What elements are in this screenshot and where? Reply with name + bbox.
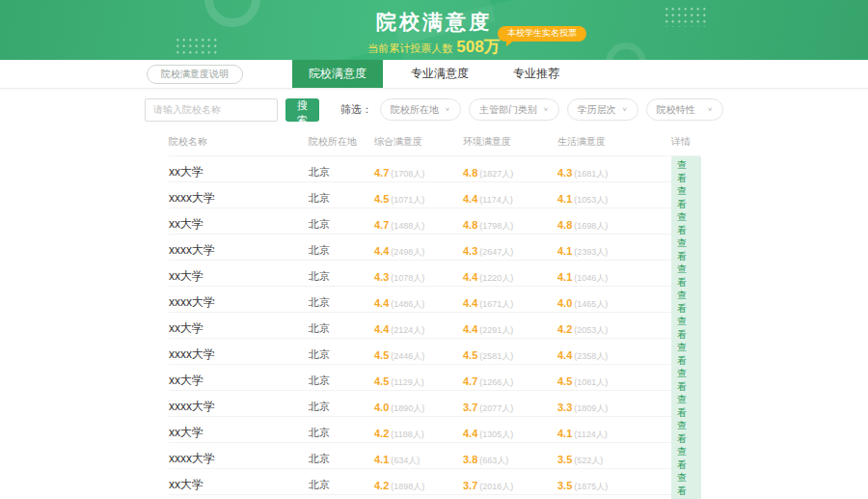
- life-vote-count: (1046人): [574, 273, 608, 283]
- life-vote-count: (522人): [574, 456, 603, 465]
- tab-item[interactable]: 院校满意度: [292, 60, 383, 88]
- school-name: xx大学: [169, 477, 309, 493]
- overall-score: 4.2: [374, 428, 389, 439]
- overall-score: 4.7: [374, 219, 389, 231]
- environment-satisfaction-cell: 4.4(1174人): [463, 189, 557, 207]
- vote-count-label: 当前累计投票人数: [367, 42, 452, 54]
- environment-satisfaction-cell: 4.8(1798人): [463, 215, 557, 233]
- chevron-down-icon: ∨: [622, 106, 628, 113]
- search-button[interactable]: 搜索: [285, 98, 319, 122]
- overall-score: 4.4: [374, 245, 389, 257]
- overall-satisfaction-cell: 4.7(1488人): [374, 215, 463, 233]
- school-location: 北京: [309, 217, 374, 232]
- environment-vote-count: (1266人): [479, 377, 513, 387]
- tab-item[interactable]: 专业满意度: [394, 60, 485, 88]
- col-header-details: 详情: [671, 135, 701, 149]
- overall-score: 4.5: [374, 193, 389, 205]
- environment-score: 4.4: [463, 428, 477, 439]
- environment-satisfaction-cell: 3.7(2077人): [463, 398, 557, 415]
- col-header-location: 院校所在地: [309, 135, 374, 149]
- environment-score: 4.7: [463, 375, 477, 387]
- environment-vote-count: (1220人): [479, 273, 513, 283]
- overall-satisfaction-cell: 4.2(1188人): [374, 424, 463, 441]
- environment-score: 3.7: [463, 480, 477, 491]
- environment-score: 4.4: [463, 323, 477, 335]
- environment-satisfaction-cell: 3.7(2016人): [463, 476, 557, 493]
- filter-dropdown[interactable]: 主管部门类别∨: [469, 98, 559, 121]
- overall-vote-count: (1708人): [391, 169, 424, 179]
- life-vote-count: (2393人): [574, 247, 608, 257]
- life-satisfaction-cell: 3.5(1875人): [557, 476, 671, 493]
- life-score: 4.5: [557, 375, 572, 387]
- school-location: 北京: [309, 165, 374, 180]
- table-row: xxxx大学 北京 4.4(1486人) 4.4(1671人) 4.0(1465…: [169, 286, 701, 312]
- table-row: xx大学 北京 4.4(2124人) 4.4(2291人) 4.2(2053人)…: [169, 312, 701, 338]
- overall-score: 4.7: [374, 167, 389, 179]
- overall-vote-count: (1890人): [391, 403, 424, 413]
- school-name: xx大学: [169, 164, 309, 180]
- school-search-input[interactable]: [145, 98, 278, 122]
- view-details-link[interactable]: 查看: [671, 495, 701, 499]
- main-content: 搜索 筛选： 院校所在地∨ 主管部门类别∨ 学历层次∨ 院校特性∨ 院校名称 院…: [145, 97, 723, 499]
- table-row: xx大学 北京 4.2(1188人) 4.4(1305人) 4.1(1124人)…: [169, 416, 701, 442]
- col-header-life: 生活满意度: [557, 135, 671, 149]
- life-satisfaction-cell: 3.3(1809人): [557, 398, 671, 415]
- environment-vote-count: (1798人): [479, 221, 513, 231]
- school-name: xxxx大学: [169, 347, 309, 363]
- table-row: xxxx大学 北京 4.5(2446人) 4.5(2581人) 4.4(2358…: [169, 338, 701, 364]
- school-location: 北京: [309, 321, 374, 336]
- header-banner: 院校满意度 本校学生实名投票 当前累计投票人数508万: [0, 0, 868, 60]
- vote-count-value: 508万: [456, 38, 500, 56]
- chevron-down-icon: ∨: [445, 106, 450, 113]
- filter-label: 筛选：: [340, 102, 372, 117]
- life-score: 4.4: [557, 349, 572, 361]
- filter-dropdown[interactable]: 学历层次∨: [567, 98, 638, 121]
- filter-bar: 搜索 筛选： 院校所在地∨ 主管部门类别∨ 学历层次∨ 院校特性∨: [145, 97, 723, 122]
- life-score: 4.2: [557, 323, 572, 335]
- overall-vote-count: (2124人): [391, 325, 424, 335]
- school-location: 北京: [309, 191, 374, 206]
- environment-vote-count: (2016人): [479, 482, 513, 491]
- life-satisfaction-cell: 4.1(2393人): [557, 241, 671, 259]
- environment-vote-count: (2077人): [479, 403, 513, 413]
- filter-dropdown[interactable]: 院校特性∨: [646, 98, 723, 121]
- school-location: 北京: [309, 400, 374, 414]
- page-title: 院校满意度: [0, 0, 868, 36]
- overall-satisfaction-cell: 4.5(1129人): [374, 372, 463, 389]
- life-satisfaction-cell: 4.1(1124人): [557, 424, 671, 441]
- school-name: xxxx大学: [169, 399, 309, 415]
- filter-dropdown[interactable]: 院校所在地∨: [380, 98, 461, 121]
- life-score: 3.3: [557, 402, 572, 413]
- environment-satisfaction-cell: 4.4(1220人): [463, 267, 557, 285]
- overall-vote-count: (2446人): [391, 351, 424, 361]
- school-name: xxxx大学: [169, 294, 309, 311]
- table-row: xxxx大学 北京 4.0(1890人) 3.7(2077人) 3.3(1809…: [169, 390, 701, 416]
- table-row: xx大学 北京 4.7(1708人) 4.8(1827人) 4.3(1681人)…: [169, 155, 701, 181]
- tab-item[interactable]: 专业推荐: [497, 60, 576, 88]
- environment-score: 4.8: [463, 219, 477, 231]
- environment-score: 4.8: [463, 167, 477, 179]
- satisfaction-info-button[interactable]: 院校满意度说明: [147, 65, 243, 84]
- life-score: 3.5: [557, 454, 572, 465]
- life-vote-count: (1081人): [574, 377, 608, 387]
- chevron-down-icon: ∨: [707, 106, 713, 113]
- life-score: 4.3: [557, 167, 572, 179]
- filter-dropdown-label: 院校所在地: [391, 103, 439, 117]
- environment-satisfaction-cell: 4.3(2647人): [463, 241, 557, 259]
- school-location: 北京: [309, 452, 374, 466]
- life-vote-count: (1053人): [574, 195, 608, 205]
- environment-vote-count: (2647人): [479, 247, 513, 257]
- satisfaction-table: 院校名称 院校所在地 综合满意度 环境满意度 生活满意度 详情 xx大学 北京 …: [169, 129, 701, 499]
- environment-score: 4.4: [463, 271, 477, 283]
- life-score: 4.1: [557, 428, 572, 439]
- overall-satisfaction-cell: 4.0(1890人): [374, 398, 463, 415]
- overall-vote-count: (1488人): [391, 221, 424, 231]
- environment-vote-count: (1827人): [479, 169, 513, 179]
- life-satisfaction-cell: 4.1(1053人): [557, 189, 671, 207]
- overall-vote-count: (1078人): [391, 273, 424, 283]
- school-name: xx大学: [169, 425, 309, 441]
- overall-vote-count: (1071人): [391, 195, 424, 205]
- environment-vote-count: (1305人): [479, 430, 513, 439]
- life-satisfaction-cell: 3.5(522人): [557, 450, 671, 467]
- environment-vote-count: (1174人): [479, 195, 512, 205]
